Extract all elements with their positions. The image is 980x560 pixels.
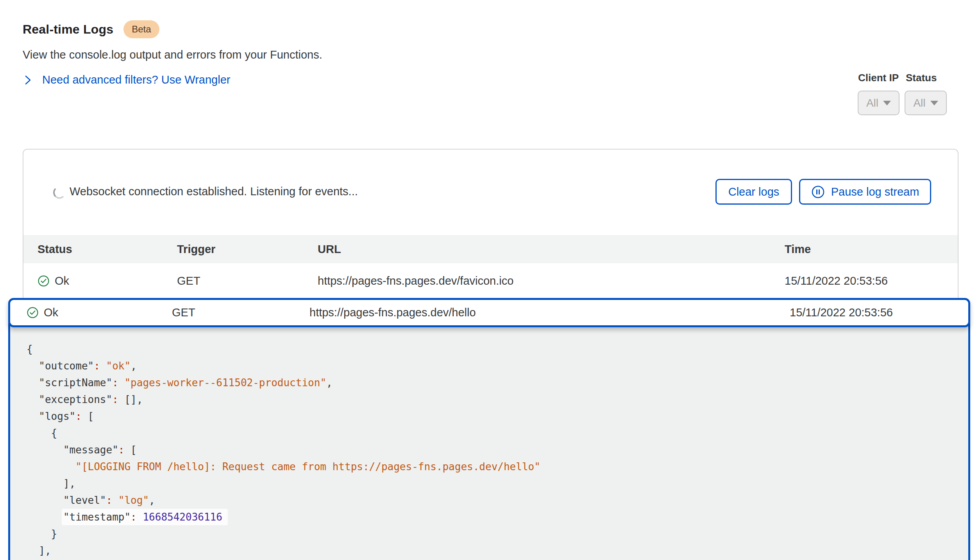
url-cell: https://pages-fns.pages.dev/hello: [309, 306, 790, 319]
pause-log-stream-label: Pause log stream: [831, 185, 919, 198]
trigger-cell: GET: [177, 275, 318, 287]
caret-down-icon: [930, 101, 938, 105]
wrangler-link-label: Need advanced filters? Use Wrangler: [42, 73, 230, 86]
wrangler-link[interactable]: Need advanced filters? Use Wrangler: [23, 73, 230, 86]
trigger-cell: GET: [172, 306, 309, 319]
json-line: {: [27, 341, 957, 358]
logs-toolbar: Websocket connection established. Listen…: [23, 150, 958, 235]
chevron-right-icon: [23, 74, 33, 86]
json-line: "timestamp": 1668542036116: [27, 509, 957, 526]
pause-icon: [811, 185, 825, 199]
table-header: Status Trigger URL Time: [23, 235, 958, 263]
success-check-icon: [38, 275, 50, 287]
json-line: "scriptName": "pages-worker--611502-prod…: [27, 375, 957, 391]
caret-down-icon: [883, 101, 891, 105]
status-dropdown-value: All: [913, 97, 925, 109]
expanded-log-row[interactable]: Ok GET https://pages-fns.pages.dev/hello…: [8, 298, 970, 327]
realtime-logs-page: Real-time Logs Beta View the console.log…: [0, 0, 980, 560]
column-header-time: Time: [785, 243, 958, 256]
time-cell: 15/11/2022 20:53:56: [790, 306, 968, 319]
column-header-url: URL: [318, 243, 785, 256]
json-line: "[LOGGING FROM /hello]: Request came fro…: [27, 458, 957, 475]
pause-log-stream-button[interactable]: Pause log stream: [799, 179, 931, 205]
client-ip-label: Client IP: [858, 72, 899, 84]
column-header-trigger: Trigger: [177, 243, 318, 256]
page-title: Real-time Logs: [23, 22, 113, 37]
connection-status-text: Websocket connection established. Listen…: [70, 179, 358, 204]
client-ip-dropdown-value: All: [866, 97, 878, 109]
json-line: {: [27, 425, 957, 442]
page-description: View the console.log output and errors f…: [23, 48, 322, 61]
json-line: ],: [27, 542, 957, 559]
status-value: Ok: [55, 275, 69, 287]
log-detail-json: { "outcome": "ok", "scriptName": "pages-…: [10, 323, 968, 559]
json-line: "exceptions": [],: [27, 391, 957, 408]
json-line: "message": [: [27, 442, 957, 458]
column-header-status: Status: [23, 243, 177, 256]
url-cell: https://pages-fns.pages.dev/favicon.ico: [318, 275, 785, 287]
status-dropdown[interactable]: All: [905, 91, 947, 115]
status-cell: Ok: [10, 306, 172, 319]
expanded-log-entry: Ok GET https://pages-fns.pages.dev/hello…: [8, 298, 970, 560]
page-header: Real-time Logs Beta: [23, 20, 159, 38]
log-detail-body: { "outcome": "ok", "scriptName": "pages-…: [8, 323, 970, 560]
json-line: "outcome": "ok",: [27, 358, 957, 375]
json-line: }: [27, 526, 957, 542]
clear-logs-button[interactable]: Clear logs: [715, 179, 792, 205]
status-filter-label: Status: [906, 72, 937, 84]
json-line: "logs": [: [27, 408, 957, 425]
status-value: Ok: [44, 306, 58, 319]
client-ip-dropdown[interactable]: All: [858, 91, 900, 115]
json-line: ],: [27, 475, 957, 492]
table-body: Ok GET https://pages-fns.pages.dev/favic…: [23, 263, 958, 299]
time-cell: 15/11/2022 20:53:56: [785, 275, 958, 287]
status-cell: Ok: [23, 275, 177, 287]
spinner-icon: [53, 186, 66, 199]
json-line: "level": "log",: [27, 492, 957, 509]
table-row[interactable]: Ok GET https://pages-fns.pages.dev/favic…: [23, 263, 958, 299]
clear-logs-label: Clear logs: [728, 185, 780, 198]
beta-badge: Beta: [123, 20, 159, 38]
success-check-icon: [27, 307, 39, 319]
